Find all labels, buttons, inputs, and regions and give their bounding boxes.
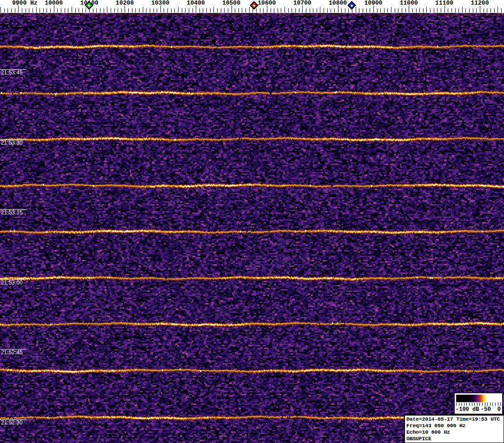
frequency-tick — [473, 8, 473, 13]
time-label-text: 21:52:45 — [1, 350, 23, 356]
frequency-tick — [57, 8, 58, 13]
frequency-tick — [128, 8, 129, 13]
frequency-ruler[interactable]: 9900 Hz100001010010200103001040010500106… — [0, 0, 504, 13]
frequency-tick — [448, 8, 448, 13]
frequency-tick — [278, 8, 278, 13]
frequency-tick — [86, 8, 86, 13]
frequency-tick — [324, 8, 324, 13]
frequency-tick — [430, 8, 431, 13]
frequency-tick — [370, 8, 370, 13]
frequency-tick — [327, 8, 328, 13]
red-marker-core — [253, 4, 256, 7]
frequency-tick — [249, 7, 250, 13]
time-label-text: 21:53:15 — [1, 210, 23, 216]
observation-info-box: Date=2014-05-17 Time=19:53 UTC Freq=143 … — [404, 415, 504, 443]
colorbar-label-min: -100 dB — [456, 406, 479, 413]
frequency-tick — [341, 8, 342, 13]
frequency-tick — [281, 8, 281, 13]
frequency-tick — [317, 8, 317, 13]
frequency-tick — [150, 8, 150, 13]
frequency-tick-label: 10800 — [329, 0, 347, 6]
frequency-tick — [497, 7, 498, 13]
frequency-tick — [373, 6, 374, 13]
frequency-tick — [487, 8, 487, 13]
info-frequency: Freq=143 050 000 Hz — [406, 423, 504, 429]
frequency-tick — [36, 7, 37, 13]
frequency-tick-label: 10200 — [116, 0, 134, 6]
frequency-tick — [82, 8, 83, 13]
frequency-tick — [210, 8, 211, 13]
frequency-tick — [480, 6, 480, 13]
frequency-tick — [221, 8, 221, 13]
frequency-tick — [348, 8, 349, 13]
frequency-tick-label: 10400 — [187, 0, 205, 6]
frequency-tick — [239, 8, 239, 13]
frequency-tick — [263, 8, 264, 13]
frequency-tick — [61, 8, 61, 13]
frequency-tick-label: 10300 — [151, 0, 169, 6]
frequency-tick — [469, 8, 470, 13]
frequency-tick — [40, 8, 40, 13]
frequency-tick-label: 9900 Hz — [12, 0, 38, 6]
frequency-tick — [242, 8, 242, 13]
waterfall-window: 9900 Hz100001010010200103001040010500106… — [0, 0, 504, 443]
frequency-tick — [412, 8, 413, 13]
frequency-tick — [68, 8, 68, 13]
colorbar-legend: -100 dB -50 0 — [454, 393, 503, 414]
frequency-tick — [252, 8, 253, 13]
info-echo: Echo=10 600 Hz — [406, 429, 504, 436]
frequency-tick-label: 11200 — [471, 0, 489, 6]
frequency-tick — [143, 7, 143, 13]
frequency-tick — [484, 8, 484, 13]
frequency-tick — [7, 8, 8, 13]
frequency-tick — [26, 8, 26, 13]
frequency-tick — [288, 8, 289, 13]
frequency-tick — [356, 7, 356, 13]
frequency-tick — [199, 8, 200, 13]
frequency-tick-label: 11000 — [400, 0, 418, 6]
frequency-tick — [93, 8, 93, 13]
frequency-tick — [302, 6, 303, 13]
red-marker[interactable] — [250, 1, 258, 9]
frequency-tick — [331, 8, 331, 13]
spectrogram-canvas[interactable] — [0, 13, 504, 443]
time-label-text: 21:53:30 — [1, 140, 23, 146]
info-station: OBSUPICE — [406, 436, 504, 442]
frequency-tick — [72, 7, 72, 13]
frequency-tick — [192, 8, 193, 13]
frequency-tick — [203, 8, 203, 13]
frequency-tick — [295, 8, 296, 13]
frequency-tick — [107, 7, 107, 13]
frequency-tick — [338, 6, 338, 13]
frequency-tick — [132, 8, 133, 13]
frequency-tick — [444, 6, 445, 13]
frequency-tick — [441, 8, 441, 13]
frequency-tick-label: 10900 — [364, 0, 382, 6]
frequency-tick-label: 10000 — [45, 0, 63, 6]
frequency-tick — [174, 8, 175, 13]
frequency-tick — [79, 8, 79, 13]
frequency-tick — [75, 8, 76, 13]
frequency-tick — [245, 8, 246, 13]
blue-marker-core — [351, 4, 353, 7]
frequency-tick — [409, 6, 409, 13]
frequency-tick — [206, 8, 207, 13]
frequency-tick — [182, 8, 182, 13]
frequency-tick — [157, 8, 157, 13]
frequency-tick — [398, 8, 398, 13]
frequency-tick — [178, 7, 179, 13]
frequency-tick — [267, 6, 267, 13]
frequency-tick — [146, 8, 146, 13]
frequency-tick — [213, 7, 214, 13]
frequency-tick — [334, 8, 335, 13]
frequency-tick — [274, 8, 274, 13]
frequency-tick — [153, 8, 154, 13]
frequency-tick — [491, 8, 491, 13]
frequency-tick — [292, 8, 292, 13]
frequency-tick — [224, 8, 225, 13]
frequency-tick — [4, 8, 5, 13]
frequency-tick — [416, 8, 417, 13]
frequency-tick — [494, 8, 495, 13]
frequency-tick — [260, 8, 260, 13]
frequency-tick — [15, 8, 15, 13]
